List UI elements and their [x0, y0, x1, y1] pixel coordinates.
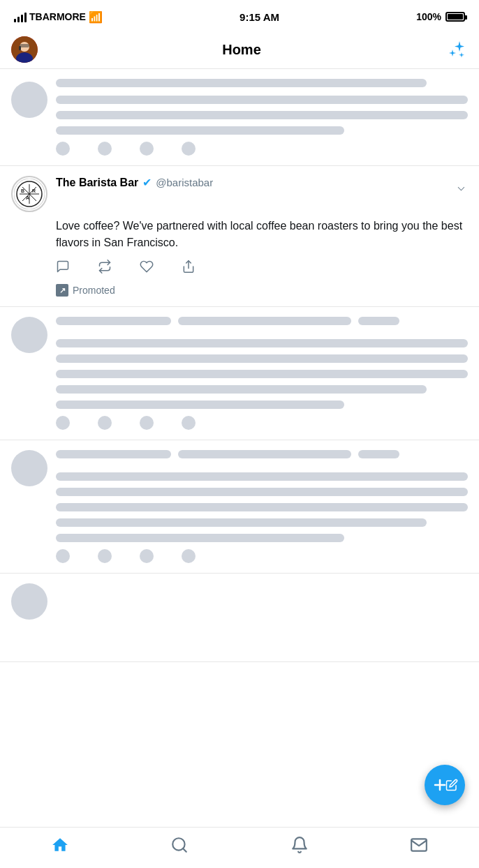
app-header: Home: [0, 31, 479, 69]
status-left: TBARMORE 📶: [14, 10, 103, 24]
skeleton-icon: [182, 549, 196, 563]
nav-messages[interactable]: [410, 836, 428, 854]
promoted-icon: ↗: [56, 284, 68, 297]
skeleton-actions-2: [56, 416, 468, 430]
time-label: 9:15 AM: [240, 11, 279, 23]
wifi-icon: 📶: [89, 10, 103, 24]
nav-notifications[interactable]: [290, 836, 309, 854]
user-avatar[interactable]: [11, 36, 38, 63]
skeleton-icon: [98, 142, 112, 156]
tweet-avatar-wrap: B R A The Barista Bar ✔ @baristabar: [11, 176, 455, 212]
tweet-dropdown-icon[interactable]: ⌵: [455, 176, 468, 197]
verified-badge-icon: ✔: [142, 176, 152, 189]
tweet-display-name: The Barista Bar: [56, 177, 138, 189]
skeleton-actions-1: [56, 142, 468, 156]
skeleton-icon: [56, 549, 70, 563]
tweet-name-row: The Barista Bar ✔ @baristabar: [56, 176, 213, 189]
tweet-meta: The Barista Bar ✔ @baristabar: [56, 176, 213, 189]
skeleton-icon: [182, 142, 196, 156]
svg-text:B: B: [21, 188, 24, 193]
compose-button[interactable]: [425, 765, 465, 805]
promoted-label: Promoted: [73, 285, 115, 296]
tweet-body: Love coffee? We've partnered with local …: [56, 218, 468, 251]
status-bar: TBARMORE 📶 9:15 AM 100%: [0, 0, 479, 31]
status-right: 100%: [416, 11, 465, 22]
carrier-label: TBARMORE: [29, 11, 86, 22]
tweet-actions: [56, 260, 468, 277]
promoted-row: ↗ Promoted: [56, 284, 468, 297]
skeleton-tweet-1: [0, 69, 479, 166]
svg-line-18: [183, 848, 186, 852]
skeleton-icon: [182, 416, 196, 430]
skeleton-avatar-4: [11, 583, 47, 620]
skeleton-avatar-2: [11, 317, 47, 353]
barista-bar-tweet: B R A The Barista Bar ✔ @baristabar: [0, 166, 479, 307]
skeleton-icon: [56, 416, 70, 430]
skeleton-icon: [140, 549, 154, 563]
share-button[interactable]: [182, 260, 196, 277]
tweet-handle: @baristabar: [156, 177, 213, 188]
battery-percent: 100%: [416, 11, 441, 22]
like-button[interactable]: [140, 260, 154, 277]
skeleton-tweet-2: [0, 307, 479, 440]
nav-home[interactable]: [51, 836, 69, 854]
skeleton-icon: [98, 549, 112, 563]
svg-rect-4: [19, 46, 21, 50]
page-title: Home: [222, 42, 261, 58]
skeleton-tweet-4-partial: [0, 574, 479, 662]
skeleton-icon: [56, 142, 70, 156]
skeleton-content-3: [56, 450, 468, 563]
battery-icon: [445, 12, 465, 22]
skeleton-icon: [140, 416, 154, 430]
skeleton-icon: [98, 416, 112, 430]
nav-search[interactable]: [170, 836, 189, 854]
skeleton-content-2: [56, 317, 468, 430]
tweet-header: B R A The Barista Bar ✔ @baristabar: [11, 176, 468, 212]
skeleton-tweet-3: [0, 440, 479, 574]
bottom-navigation: [0, 827, 479, 868]
skeleton-content-1: [56, 79, 468, 156]
barista-bar-avatar[interactable]: B R A: [11, 176, 47, 212]
sparkle-icon[interactable]: [445, 38, 468, 61]
reply-button[interactable]: [56, 260, 70, 277]
retweet-button[interactable]: [98, 260, 112, 277]
skeleton-avatar-1: [11, 82, 47, 118]
skeleton-icon: [140, 142, 154, 156]
skeleton-actions-3: [56, 549, 468, 563]
skeleton-avatar-3: [11, 450, 47, 486]
signal-icon: [14, 11, 27, 22]
svg-rect-3: [20, 44, 29, 47]
